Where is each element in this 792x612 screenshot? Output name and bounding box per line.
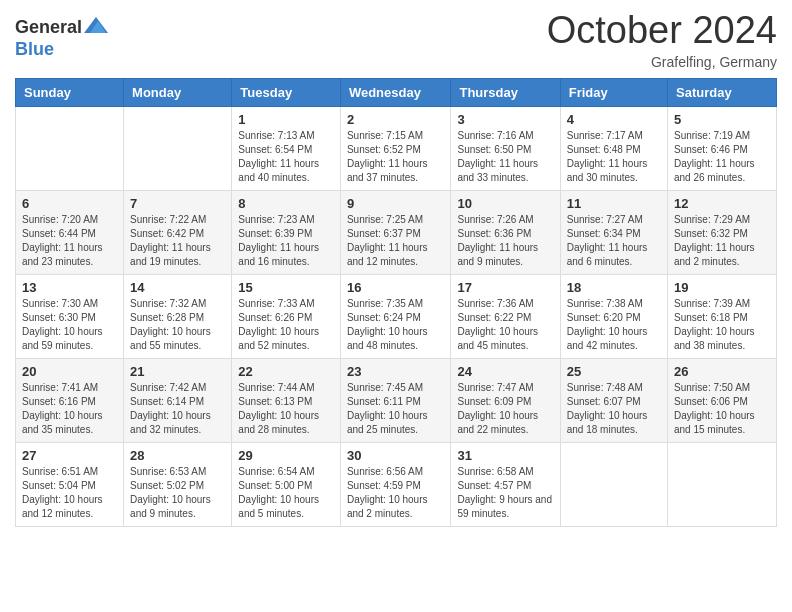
calendar-week-row: 6Sunrise: 7:20 AMSunset: 6:44 PMDaylight…	[16, 190, 777, 274]
calendar-cell: 12Sunrise: 7:29 AMSunset: 6:32 PMDayligh…	[668, 190, 777, 274]
day-number: 17	[457, 280, 553, 295]
day-number: 14	[130, 280, 225, 295]
day-info: Sunrise: 7:32 AMSunset: 6:28 PMDaylight:…	[130, 297, 225, 353]
logo-text-blue: Blue	[15, 39, 54, 59]
day-number: 3	[457, 112, 553, 127]
calendar-week-row: 13Sunrise: 7:30 AMSunset: 6:30 PMDayligh…	[16, 274, 777, 358]
day-number: 10	[457, 196, 553, 211]
day-number: 20	[22, 364, 117, 379]
day-info: Sunrise: 6:56 AMSunset: 4:59 PMDaylight:…	[347, 465, 445, 521]
day-number: 31	[457, 448, 553, 463]
day-number: 16	[347, 280, 445, 295]
day-number: 22	[238, 364, 334, 379]
calendar-cell	[668, 442, 777, 526]
day-info: Sunrise: 7:38 AMSunset: 6:20 PMDaylight:…	[567, 297, 661, 353]
calendar-week-row: 1Sunrise: 7:13 AMSunset: 6:54 PMDaylight…	[16, 106, 777, 190]
day-number: 4	[567, 112, 661, 127]
day-info: Sunrise: 7:44 AMSunset: 6:13 PMDaylight:…	[238, 381, 334, 437]
calendar-header-row: SundayMondayTuesdayWednesdayThursdayFrid…	[16, 78, 777, 106]
day-number: 7	[130, 196, 225, 211]
calendar-day-header: Tuesday	[232, 78, 341, 106]
day-info: Sunrise: 7:41 AMSunset: 6:16 PMDaylight:…	[22, 381, 117, 437]
calendar-cell: 5Sunrise: 7:19 AMSunset: 6:46 PMDaylight…	[668, 106, 777, 190]
calendar-cell: 4Sunrise: 7:17 AMSunset: 6:48 PMDaylight…	[560, 106, 667, 190]
calendar-day-header: Monday	[124, 78, 232, 106]
calendar-cell	[560, 442, 667, 526]
day-info: Sunrise: 7:27 AMSunset: 6:34 PMDaylight:…	[567, 213, 661, 269]
day-number: 1	[238, 112, 334, 127]
calendar-cell: 19Sunrise: 7:39 AMSunset: 6:18 PMDayligh…	[668, 274, 777, 358]
month-title: October 2024	[547, 10, 777, 52]
day-number: 6	[22, 196, 117, 211]
day-info: Sunrise: 7:23 AMSunset: 6:39 PMDaylight:…	[238, 213, 334, 269]
day-info: Sunrise: 7:48 AMSunset: 6:07 PMDaylight:…	[567, 381, 661, 437]
calendar-cell: 28Sunrise: 6:53 AMSunset: 5:02 PMDayligh…	[124, 442, 232, 526]
day-number: 19	[674, 280, 770, 295]
calendar-cell: 8Sunrise: 7:23 AMSunset: 6:39 PMDaylight…	[232, 190, 341, 274]
calendar-day-header: Friday	[560, 78, 667, 106]
calendar-cell: 25Sunrise: 7:48 AMSunset: 6:07 PMDayligh…	[560, 358, 667, 442]
day-info: Sunrise: 7:17 AMSunset: 6:48 PMDaylight:…	[567, 129, 661, 185]
day-number: 12	[674, 196, 770, 211]
day-number: 28	[130, 448, 225, 463]
title-section: October 2024 Grafelfing, Germany	[547, 10, 777, 70]
day-info: Sunrise: 6:53 AMSunset: 5:02 PMDaylight:…	[130, 465, 225, 521]
logo: General Blue	[15, 15, 108, 60]
calendar-week-row: 27Sunrise: 6:51 AMSunset: 5:04 PMDayligh…	[16, 442, 777, 526]
calendar-cell: 6Sunrise: 7:20 AMSunset: 6:44 PMDaylight…	[16, 190, 124, 274]
calendar-cell: 31Sunrise: 6:58 AMSunset: 4:57 PMDayligh…	[451, 442, 560, 526]
calendar-week-row: 20Sunrise: 7:41 AMSunset: 6:16 PMDayligh…	[16, 358, 777, 442]
calendar-cell: 7Sunrise: 7:22 AMSunset: 6:42 PMDaylight…	[124, 190, 232, 274]
day-info: Sunrise: 7:16 AMSunset: 6:50 PMDaylight:…	[457, 129, 553, 185]
day-number: 5	[674, 112, 770, 127]
day-info: Sunrise: 7:26 AMSunset: 6:36 PMDaylight:…	[457, 213, 553, 269]
day-info: Sunrise: 6:58 AMSunset: 4:57 PMDaylight:…	[457, 465, 553, 521]
calendar-cell: 1Sunrise: 7:13 AMSunset: 6:54 PMDaylight…	[232, 106, 341, 190]
calendar-cell: 10Sunrise: 7:26 AMSunset: 6:36 PMDayligh…	[451, 190, 560, 274]
day-info: Sunrise: 7:47 AMSunset: 6:09 PMDaylight:…	[457, 381, 553, 437]
day-number: 2	[347, 112, 445, 127]
calendar-cell: 20Sunrise: 7:41 AMSunset: 6:16 PMDayligh…	[16, 358, 124, 442]
logo-text-general: General	[15, 17, 82, 38]
day-number: 15	[238, 280, 334, 295]
day-info: Sunrise: 7:15 AMSunset: 6:52 PMDaylight:…	[347, 129, 445, 185]
day-info: Sunrise: 6:51 AMSunset: 5:04 PMDaylight:…	[22, 465, 117, 521]
day-number: 18	[567, 280, 661, 295]
calendar-cell: 27Sunrise: 6:51 AMSunset: 5:04 PMDayligh…	[16, 442, 124, 526]
day-number: 26	[674, 364, 770, 379]
calendar-cell: 16Sunrise: 7:35 AMSunset: 6:24 PMDayligh…	[340, 274, 451, 358]
day-number: 8	[238, 196, 334, 211]
day-info: Sunrise: 7:29 AMSunset: 6:32 PMDaylight:…	[674, 213, 770, 269]
calendar-cell	[124, 106, 232, 190]
calendar-cell: 26Sunrise: 7:50 AMSunset: 6:06 PMDayligh…	[668, 358, 777, 442]
day-number: 13	[22, 280, 117, 295]
day-info: Sunrise: 7:35 AMSunset: 6:24 PMDaylight:…	[347, 297, 445, 353]
calendar-cell: 30Sunrise: 6:56 AMSunset: 4:59 PMDayligh…	[340, 442, 451, 526]
calendar-cell: 2Sunrise: 7:15 AMSunset: 6:52 PMDaylight…	[340, 106, 451, 190]
calendar-cell: 9Sunrise: 7:25 AMSunset: 6:37 PMDaylight…	[340, 190, 451, 274]
header: General Blue October 2024 Grafelfing, Ge…	[15, 10, 777, 70]
day-number: 24	[457, 364, 553, 379]
day-info: Sunrise: 6:54 AMSunset: 5:00 PMDaylight:…	[238, 465, 334, 521]
day-info: Sunrise: 7:42 AMSunset: 6:14 PMDaylight:…	[130, 381, 225, 437]
day-info: Sunrise: 7:36 AMSunset: 6:22 PMDaylight:…	[457, 297, 553, 353]
location: Grafelfing, Germany	[547, 54, 777, 70]
day-info: Sunrise: 7:39 AMSunset: 6:18 PMDaylight:…	[674, 297, 770, 353]
calendar-table: SundayMondayTuesdayWednesdayThursdayFrid…	[15, 78, 777, 527]
logo-icon	[84, 13, 108, 37]
day-number: 27	[22, 448, 117, 463]
calendar-cell: 23Sunrise: 7:45 AMSunset: 6:11 PMDayligh…	[340, 358, 451, 442]
day-number: 21	[130, 364, 225, 379]
calendar-day-header: Thursday	[451, 78, 560, 106]
day-info: Sunrise: 7:50 AMSunset: 6:06 PMDaylight:…	[674, 381, 770, 437]
calendar-cell: 17Sunrise: 7:36 AMSunset: 6:22 PMDayligh…	[451, 274, 560, 358]
calendar-cell: 29Sunrise: 6:54 AMSunset: 5:00 PMDayligh…	[232, 442, 341, 526]
calendar-cell: 13Sunrise: 7:30 AMSunset: 6:30 PMDayligh…	[16, 274, 124, 358]
day-info: Sunrise: 7:33 AMSunset: 6:26 PMDaylight:…	[238, 297, 334, 353]
day-number: 29	[238, 448, 334, 463]
calendar-cell: 11Sunrise: 7:27 AMSunset: 6:34 PMDayligh…	[560, 190, 667, 274]
day-number: 30	[347, 448, 445, 463]
day-number: 25	[567, 364, 661, 379]
calendar-day-header: Saturday	[668, 78, 777, 106]
calendar-cell: 22Sunrise: 7:44 AMSunset: 6:13 PMDayligh…	[232, 358, 341, 442]
